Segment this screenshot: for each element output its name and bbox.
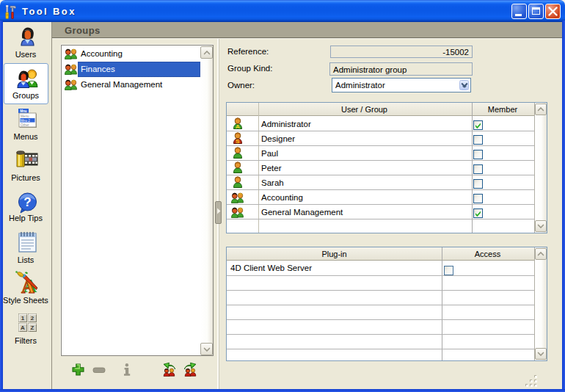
svg-text:S: S	[236, 138, 240, 144]
svg-text:A: A	[21, 324, 25, 331]
svg-text:Other: Other	[21, 123, 29, 127]
svg-text:1: 1	[21, 315, 25, 322]
svg-text:2: 2	[31, 315, 34, 322]
svg-text:Mnu 2: Mnu 2	[21, 119, 30, 123]
svg-text:?: ?	[23, 195, 31, 209]
svg-text:Menu: Menu	[21, 115, 29, 118]
svg-text:Z: Z	[31, 324, 34, 331]
svg-text:A: A	[236, 123, 240, 129]
svg-text:Mnu: Mnu	[20, 109, 27, 113]
